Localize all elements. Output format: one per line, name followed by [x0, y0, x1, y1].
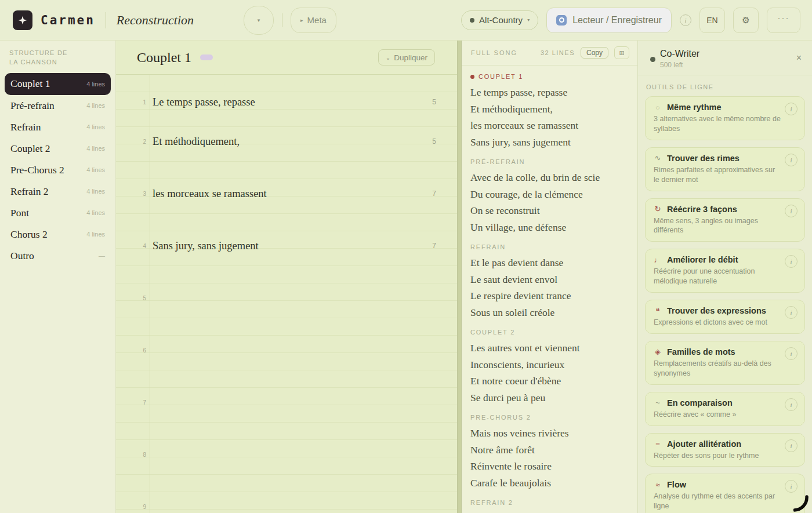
- full-song-lyric-line[interactable]: Avec de la colle, du brin de scie: [470, 169, 632, 186]
- section-label[interactable]: PRE-CHORUS 2: [470, 414, 632, 421]
- lyrics-editor: Couplet 1 ⌄ Dupliquer 1 Le temps passe, …: [116, 41, 457, 513]
- sidebar-section-item[interactable]: Chorus 2 4 lines: [0, 224, 115, 245]
- full-song-lyric-line[interactable]: Carafe le beaujolais: [470, 475, 632, 492]
- sidebar-section-item[interactable]: Outro —: [0, 245, 115, 267]
- full-song-lyric-line[interactable]: Réinvente le rosaire: [470, 458, 632, 475]
- tool-icon: ∿: [654, 154, 662, 162]
- duplicate-label: Dupliquer: [394, 53, 427, 62]
- language-button[interactable]: EN: [699, 8, 725, 33]
- section-label[interactable]: REFRAIN: [470, 243, 632, 250]
- tool-info-icon[interactable]: i: [785, 347, 798, 360]
- tool-description: Rimes parfaites et approximatives sur le…: [654, 165, 796, 185]
- lyric-line-input[interactable]: Le temps passe, repasse: [153, 96, 411, 108]
- player-recorder-button[interactable]: Lecteur / Enregistreur: [546, 8, 672, 33]
- full-song-lyric-line[interactable]: les morceaux se ramassent: [470, 117, 632, 134]
- tool-description: Même sens, 3 angles ou images différents: [654, 216, 796, 236]
- sidebar-title: STRUCTURE DE LA CHANSON: [0, 49, 87, 73]
- full-song-lyric-line[interactable]: Du courage, de la clémence: [470, 186, 632, 203]
- full-song-lyric-line[interactable]: Mais nos veines rivières: [470, 425, 632, 442]
- genre-selector[interactable]: Alt-Country ▾: [461, 10, 538, 30]
- lyric-line-input[interactable]: les morceaux se ramassent: [153, 188, 411, 200]
- syllable-count: 5: [432, 98, 436, 106]
- tool-info-icon[interactable]: i: [785, 439, 798, 452]
- section-line-count: 4 lines: [86, 188, 105, 195]
- full-song-lyric-line[interactable]: Le respire devient trance: [470, 288, 632, 304]
- tool-info-icon[interactable]: i: [785, 205, 798, 217]
- tool-card[interactable]: ♩ Améliorer le débit Réécrire pour une a…: [645, 249, 805, 293]
- tool-card[interactable]: ≈ Flow Analyse du rythme et des accents …: [645, 474, 805, 513]
- lyric-line-input[interactable]: Et méthodiquement,: [153, 136, 411, 148]
- sidebar-section-item[interactable]: Pont 4 lines: [0, 202, 115, 224]
- tool-info-icon[interactable]: i: [785, 398, 798, 411]
- full-song-lyric-line[interactable]: Inconscients, incurieux: [470, 356, 632, 373]
- full-song-lyric-line[interactable]: Et notre coeur d'ébène: [470, 373, 632, 390]
- meta-button[interactable]: ▸ Meta: [291, 8, 336, 33]
- grid-view-button[interactable]: ⊞: [614, 46, 629, 59]
- chevron-down-icon: ⌄: [386, 54, 390, 61]
- section-label-text: REFRAIN: [470, 243, 506, 250]
- full-song-lyric-line[interactable]: Se durci peu à peu: [470, 390, 632, 406]
- tool-card[interactable]: ○ Même rythme 3 alternatives avec le mêm…: [645, 96, 805, 140]
- gear-icon: ⚙: [742, 15, 749, 26]
- full-song-lyric-line[interactable]: Le saut devient envol: [470, 271, 632, 288]
- section-label-text: PRÉ-REFRAIN: [470, 158, 525, 165]
- full-song-section: REFRAIN 2: [470, 499, 632, 506]
- tool-card[interactable]: = Ajouter allitération Répéter des sons …: [645, 433, 805, 467]
- section-label[interactable]: REFRAIN 2: [470, 499, 632, 506]
- sidebar-section-item[interactable]: Pré-refrain 4 lines: [0, 95, 115, 117]
- settings-button[interactable]: ⚙: [733, 8, 759, 33]
- copy-button[interactable]: Copy: [581, 47, 608, 59]
- tool-card[interactable]: ~ En comparaison Réécrire avec « comme »…: [645, 392, 805, 426]
- full-song-lyric-line[interactable]: On se reconstruit: [470, 202, 632, 219]
- tool-card[interactable]: ↻ Réécrire 3 façons Même sens, 3 angles …: [645, 198, 805, 242]
- sidebar-section-item[interactable]: Pre-Chorus 2 4 lines: [0, 159, 115, 181]
- section-title: Couplet 1: [137, 50, 191, 66]
- syllable-count: 5: [432, 137, 436, 145]
- app-logo[interactable]: [13, 10, 32, 30]
- tool-info-icon[interactable]: i: [785, 103, 798, 115]
- tool-card[interactable]: ❝ Trouver des expressions Expressions et…: [645, 300, 805, 334]
- sidebar-section-item[interactable]: Refrain 2 4 lines: [0, 181, 115, 202]
- full-song-lyric-line[interactable]: Et méthodiquement,: [470, 101, 632, 118]
- sidebar-section-item[interactable]: Refrain 4 lines: [0, 117, 115, 138]
- close-icon[interactable]: ×: [796, 53, 802, 63]
- full-song-lyric-line[interactable]: Sous un soleil créole: [470, 304, 632, 321]
- line-number: 6: [116, 347, 146, 354]
- full-song-lyric-line[interactable]: Sans jury, sans jugement: [470, 134, 632, 151]
- lyric-line-input[interactable]: Sans jury, sans jugement: [153, 240, 411, 252]
- tool-description: Expressions et dictons avec ce mot: [654, 318, 796, 328]
- ellipsis-icon: ···: [778, 13, 790, 23]
- nav-dropdown-button[interactable]: ▾: [244, 6, 274, 35]
- line-number: 4: [116, 243, 146, 249]
- full-song-lyric-line[interactable]: Le temps passe, repasse: [470, 84, 632, 101]
- line-number: 5: [116, 295, 146, 301]
- lyric-row: 4 Sans jury, sans jugement 7: [116, 237, 457, 254]
- sidebar-section-item[interactable]: Couplet 2 4 lines: [0, 138, 115, 159]
- sidebar-section-item[interactable]: Couplet 1 4 lines: [5, 73, 111, 95]
- info-icon[interactable]: i: [680, 14, 691, 26]
- full-song-lyric-line[interactable]: Et le pas devient danse: [470, 254, 632, 271]
- full-song-lyric-line[interactable]: Notre âme forêt: [470, 442, 632, 459]
- cowriter-title: Co-Writer: [660, 49, 803, 59]
- section-label[interactable]: COUPLET 2: [470, 329, 632, 336]
- tool-label: Familles de mots: [667, 347, 735, 356]
- full-song-lyric-line[interactable]: Les autres vont et viennent: [470, 340, 632, 356]
- section-label[interactable]: COUPLET 1: [470, 73, 632, 80]
- tool-card[interactable]: ◈ Familles de mots Remplacements créatif…: [645, 341, 805, 385]
- status-dot-icon: [650, 57, 655, 62]
- genre-dot-icon: [470, 18, 474, 23]
- full-song-lyric-line[interactable]: Un village, une défense: [470, 219, 632, 236]
- section-color-pill[interactable]: [200, 54, 213, 60]
- section-label[interactable]: PRÉ-REFRAIN: [470, 158, 632, 165]
- section-label-text: REFRAIN 2: [470, 499, 513, 506]
- tool-info-icon[interactable]: i: [785, 154, 798, 166]
- top-header: Carmen Reconstruction ▾ ▸ Meta Alt-Count…: [0, 0, 812, 41]
- line-number: 7: [116, 399, 146, 406]
- tool-info-icon[interactable]: i: [785, 306, 798, 319]
- panel-resize-handle[interactable]: [457, 41, 462, 513]
- section-label-text: COUPLET 2: [470, 329, 515, 336]
- tool-card[interactable]: ∿ Trouver des rimes Rimes parfaites et a…: [645, 147, 805, 191]
- more-options-button[interactable]: ···: [767, 8, 800, 33]
- duplicate-button[interactable]: ⌄ Dupliquer: [378, 49, 435, 66]
- tool-info-icon[interactable]: i: [785, 255, 798, 268]
